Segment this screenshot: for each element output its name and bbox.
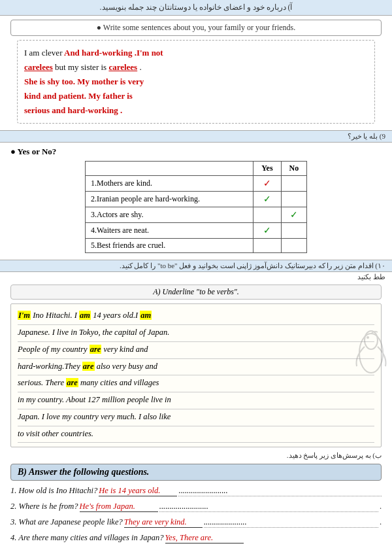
table-row: 3.Actors are shy. ✓ bbox=[86, 207, 307, 223]
check-yes: ✓ bbox=[263, 179, 271, 188]
highlight-im: I'm bbox=[18, 311, 31, 320]
check-yes: ✓ bbox=[263, 194, 271, 204]
col-no: No bbox=[281, 162, 306, 176]
writing-line5: serious and hard-working . bbox=[24, 105, 122, 115]
svg-point-0 bbox=[359, 334, 383, 373]
col-statement bbox=[86, 162, 253, 176]
para-line-2: Japanese. I live in Tokyo, the capital o… bbox=[18, 325, 374, 342]
answer-item-4: 4. Are there many cities and villages in… bbox=[10, 533, 382, 543]
writing-line4: kind and patient. My father is bbox=[24, 91, 133, 101]
answer-4: Yes, There are. bbox=[165, 533, 244, 543]
answer-item-3: 3. What are Japanese people like? They a… bbox=[10, 517, 382, 528]
highlight-are3: are bbox=[66, 378, 78, 387]
para-line-1: I'm Ino Hitachi. I am 14 years old.I am bbox=[18, 308, 374, 325]
highlight-am2: am bbox=[140, 311, 152, 320]
table-row: 5.Best friends are cruel. bbox=[86, 239, 307, 253]
table-row: 1.Mothers are kind. ✓ bbox=[86, 176, 307, 192]
table-row: 2.Iranian people are hard-working. ✓ bbox=[86, 192, 307, 207]
answer-item-2: 2. Where is he from? He's from Japan. ..… bbox=[10, 502, 382, 512]
section10-text: اقدام متن زیر را که دبیرستانیک دانش‌آموز… bbox=[120, 262, 374, 269]
underline-instruction: A) Underline "to be verbs". bbox=[10, 285, 382, 300]
para-line-8: to visit other countries. bbox=[18, 426, 374, 443]
writing-carelees2: carelees bbox=[108, 62, 137, 72]
answer-section: B) Answer the following questions. 1. Ho… bbox=[0, 461, 392, 552]
answer-3: They are very kind. bbox=[124, 517, 203, 528]
decoration-right bbox=[351, 320, 391, 386]
check-yes: ✓ bbox=[263, 226, 271, 235]
section9-text: بله یا خیر؟ bbox=[348, 132, 378, 140]
table-row: 4.Waiters are neat. ✓ bbox=[86, 223, 307, 239]
section-10-bar: ١٠) اقدام متن زیر را که دبیرستانیک دانش‌… bbox=[0, 260, 392, 272]
writing-but: but my sister is bbox=[53, 62, 109, 72]
page: آ) درباره خود و اعضای خانواده یا دوستانت… bbox=[0, 0, 392, 552]
answer-item-1: 1. How old is Ino Hitachi? He is 14 year… bbox=[10, 486, 382, 496]
writing-line1-black: I am clever bbox=[24, 48, 62, 58]
para-line-6: in my country. About 127 million people … bbox=[18, 392, 374, 409]
question-3: 3. What are Japanese people like? bbox=[10, 517, 123, 527]
part-b-label: ب) به پرسش‌های زیر پاسخ دهید. bbox=[0, 450, 392, 461]
highlight-are2: are bbox=[82, 362, 95, 371]
section-9-bar: 9) بله یا خیر؟ bbox=[0, 130, 392, 143]
question-4: 4. Are there many cities and villages in… bbox=[10, 533, 164, 543]
col-yes: Yes bbox=[253, 162, 282, 176]
header-text: آ) درباره خود و اعضای خانواده یا دوستانت… bbox=[100, 3, 293, 12]
handwrite-label: طط بکنید bbox=[0, 272, 392, 282]
writing-line1-red: And hard-working .I'm not bbox=[62, 48, 163, 58]
question-2: 2. Where is he from? bbox=[10, 502, 78, 511]
answer-2: He's from Japan. bbox=[80, 502, 158, 512]
write-instruction: ● Write some sentences about you, your f… bbox=[10, 20, 382, 36]
yes-no-table: Yes No 1.Mothers are kind. ✓ 2.Iranian p… bbox=[85, 161, 307, 253]
check-no: ✓ bbox=[290, 210, 298, 220]
writing-carelees1: carelees bbox=[24, 62, 53, 72]
svg-point-2 bbox=[367, 336, 369, 339]
highlight-am1: am bbox=[79, 311, 91, 320]
yes-no-section: ● Yes or No? Yes No 1.Mothers are kind. … bbox=[0, 143, 392, 257]
yes-no-label: ● Yes or No? bbox=[10, 147, 382, 157]
answer-1: He is 14 years old. bbox=[99, 486, 177, 496]
highlight-are1: are bbox=[90, 345, 102, 354]
para-line-5: serious. There are many cities and villa… bbox=[18, 375, 374, 392]
para-line-4: hard-working.They are also very busy and bbox=[18, 359, 374, 376]
section-8: ● Write some sentences about you, your f… bbox=[0, 16, 392, 126]
top-header: آ) درباره خود و اعضای خانواده یا دوستانت… bbox=[0, 0, 392, 16]
underline-section: A) Underline "to be verbs". I'm Ino Hita… bbox=[0, 282, 392, 450]
para-line-3: People of my country are very kind and bbox=[18, 342, 374, 359]
question-1: 1. How old is Ino Hitachi? bbox=[10, 486, 97, 496]
answer-section-title: B) Answer the following questions. bbox=[10, 464, 382, 481]
lined-paper: I'm Ino Hitachi. I am 14 years old.I am … bbox=[10, 303, 382, 447]
para-line-7: Japan. I love my country very much. I al… bbox=[18, 409, 374, 426]
writing-area: I am clever And hard-working .I'm not ca… bbox=[17, 40, 375, 124]
writing-line3: She is shy too. My mother is very bbox=[24, 77, 144, 86]
section10-label: ١٠) bbox=[374, 262, 385, 269]
